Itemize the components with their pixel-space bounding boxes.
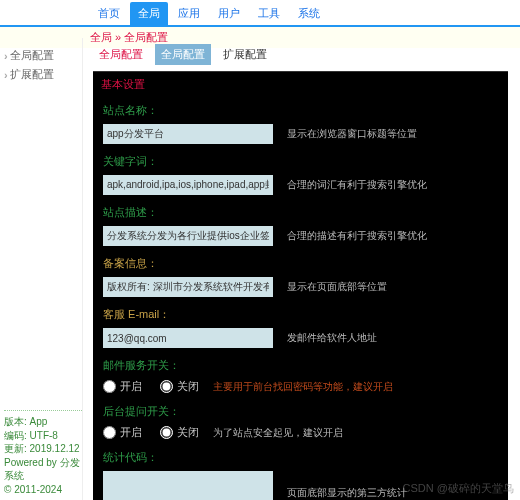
stats-label: 统计代码： bbox=[103, 450, 498, 465]
mail-svc-on[interactable]: 开启 bbox=[103, 379, 142, 394]
admin-tip-on-radio[interactable] bbox=[103, 426, 116, 439]
tab-apps[interactable]: 应用 bbox=[170, 2, 208, 25]
site-desc-hint: 合理的描述有利于搜索引擎优化 bbox=[287, 229, 427, 243]
subtabs: 全局配置 全局配置 扩展配置 bbox=[93, 44, 508, 65]
footer-encoding: 编码: UTF-8 bbox=[4, 429, 82, 443]
sidebar: 全局配置 扩展配置 bbox=[0, 38, 78, 92]
footer-powered-prefix: Powered by bbox=[4, 457, 60, 468]
admin-tip-radios: 开启 关闭 bbox=[103, 425, 199, 440]
keywords-hint: 合理的词汇有利于搜索引擎优化 bbox=[287, 178, 427, 192]
sidebar-item-label: 扩展配置 bbox=[10, 67, 54, 82]
keywords-input[interactable] bbox=[103, 175, 273, 195]
site-name-label: 站点名称： bbox=[103, 103, 498, 118]
email-input[interactable] bbox=[103, 328, 273, 348]
mail-svc-on-radio[interactable] bbox=[103, 380, 116, 393]
site-desc-input[interactable] bbox=[103, 226, 273, 246]
stats-textarea[interactable] bbox=[103, 471, 273, 500]
admin-tip-off-label: 关闭 bbox=[177, 425, 199, 440]
mail-svc-off-label: 关闭 bbox=[177, 379, 199, 394]
record-input[interactable] bbox=[103, 277, 273, 297]
site-name-hint: 显示在浏览器窗口标题等位置 bbox=[287, 127, 417, 141]
section-basic-body: 站点名称： 显示在浏览器窗口标题等位置 关键字词： 合理的词汇有利于搜索引擎优化… bbox=[93, 97, 508, 500]
admin-tip-hint: 为了站点安全起见，建议开启 bbox=[213, 426, 343, 440]
mail-svc-off[interactable]: 关闭 bbox=[160, 379, 199, 394]
admin-tip-label: 后台提问开关： bbox=[103, 404, 498, 419]
mail-svc-on-label: 开启 bbox=[120, 379, 142, 394]
footer-updated: 更新: 2019.12.12 bbox=[4, 442, 82, 456]
footer-info: 版本: App 编码: UTF-8 更新: 2019.12.12 Powered… bbox=[4, 410, 82, 496]
footer-version: 版本: App bbox=[4, 415, 82, 429]
stats-hint: 页面底部显示的第三方统计 bbox=[287, 486, 407, 500]
tab-tools[interactable]: 工具 bbox=[250, 2, 288, 25]
email-label: 客服 E-mail： bbox=[103, 307, 498, 322]
top-nav: 首页 全局 应用 用户 工具 系统 bbox=[0, 0, 520, 25]
admin-tip-on-label: 开启 bbox=[120, 425, 142, 440]
sidebar-item-label: 全局配置 bbox=[10, 48, 54, 63]
admin-tip-off-radio[interactable] bbox=[160, 426, 173, 439]
mail-svc-hint: 主要用于前台找回密码等功能，建议开启 bbox=[213, 380, 393, 394]
mail-svc-label: 邮件服务开关： bbox=[103, 358, 498, 373]
site-desc-label: 站点描述： bbox=[103, 205, 498, 220]
footer-copyright: © 2011-2024 bbox=[4, 483, 82, 497]
admin-tip-on[interactable]: 开启 bbox=[103, 425, 142, 440]
section-basic-header: 基本设置 bbox=[93, 71, 508, 97]
mail-svc-radios: 开启 关闭 bbox=[103, 379, 199, 394]
main-panel: 全局配置 全局配置 扩展配置 基本设置 站点名称： 显示在浏览器窗口标题等位置 … bbox=[82, 38, 518, 500]
record-label: 备案信息： bbox=[103, 256, 498, 271]
tab-system[interactable]: 系统 bbox=[290, 2, 328, 25]
email-hint: 发邮件给软件人地址 bbox=[287, 331, 377, 345]
sidebar-item-ext-config[interactable]: 扩展配置 bbox=[4, 65, 74, 84]
subtab-ext-config[interactable]: 扩展配置 bbox=[217, 44, 273, 65]
keywords-label: 关键字词： bbox=[103, 154, 498, 169]
footer-powered: Powered by 分发系统 bbox=[4, 456, 82, 483]
admin-tip-off[interactable]: 关闭 bbox=[160, 425, 199, 440]
sidebar-item-global-config[interactable]: 全局配置 bbox=[4, 46, 74, 65]
record-hint: 显示在页面底部等位置 bbox=[287, 280, 387, 294]
subtab-global-config-title: 全局配置 bbox=[93, 44, 149, 65]
mail-svc-off-radio[interactable] bbox=[160, 380, 173, 393]
subtab-global-config[interactable]: 全局配置 bbox=[155, 44, 211, 65]
site-name-input[interactable] bbox=[103, 124, 273, 144]
tab-global[interactable]: 全局 bbox=[130, 2, 168, 25]
tab-home[interactable]: 首页 bbox=[90, 2, 128, 25]
tab-users[interactable]: 用户 bbox=[210, 2, 248, 25]
